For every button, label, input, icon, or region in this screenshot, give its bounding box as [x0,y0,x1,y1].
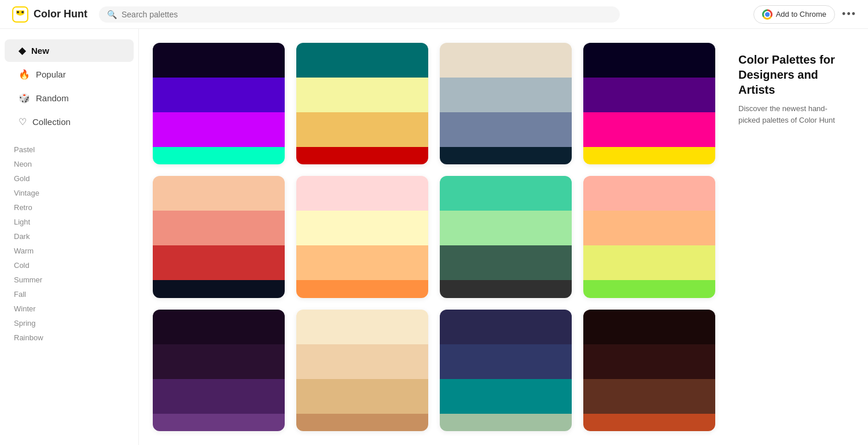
color-strip [440,310,572,344]
collection-icon: ♡ [19,116,27,127]
palette-card[interactable]: ♡ 401 2 days [440,43,572,164]
main-content: ♡ 114 15 hours ♡ 257 Yesterday ♡ 401 [139,29,868,445]
color-strip [153,379,285,414]
color-strip [153,414,285,431]
color-strip [153,78,285,112]
sidebar-item-new[interactable]: ◆New [5,39,134,62]
color-strip [296,176,428,211]
logo-icon [12,6,29,23]
color-strip [583,379,715,414]
random-icon: 🎲 [19,93,30,104]
tag-pastel[interactable]: Pastel [14,142,124,157]
palette-card[interactable]: ♡ 663 1 week [583,176,715,297]
color-strip [440,245,572,280]
color-strip [296,211,428,245]
tag-summer[interactable]: Summer [14,273,124,287]
color-strip [583,78,715,112]
tag-light[interactable]: Light [14,215,124,229]
color-strip [153,43,285,78]
color-strip [296,414,428,431]
color-strip [440,211,572,245]
palette-card[interactable]: ♡ 712 1 week [440,310,572,431]
layout: ◆New🔥Popular🎲Random♡Collection PastelNeo… [0,29,868,445]
new-icon: ◆ [19,45,25,56]
color-strip [296,245,428,280]
color-strip [153,344,285,379]
logo-text: Color Hunt [34,8,87,20]
tag-dark[interactable]: Dark [14,229,124,244]
palette-card[interactable]: ♡ 399 4 days [153,176,285,297]
tag-cold[interactable]: Cold [14,258,124,273]
sidebar: ◆New🔥Popular🎲Random♡Collection PastelNeo… [0,29,139,445]
color-strip [583,176,715,211]
color-strip [440,344,572,379]
color-strip [296,379,428,414]
color-strip [440,176,572,211]
header: Color Hunt 🔍 Add to Chrome ••• [0,0,868,29]
tag-vintage[interactable]: Vintage [14,186,124,200]
svg-point-2 [21,11,24,13]
right-panel-description: Discover the newest hand-picked palettes… [738,103,843,126]
sidebar-tags: PastelNeonGoldVintageRetroLightDarkWarmC… [0,142,138,345]
tag-spring[interactable]: Spring [14,316,124,330]
color-strip [583,43,715,78]
color-strip [583,147,715,164]
tag-neon[interactable]: Neon [14,157,124,171]
more-button[interactable]: ••• [842,8,856,20]
search-input[interactable] [122,10,612,19]
color-strip [440,379,572,414]
nav-label-collection: Collection [32,117,71,127]
add-chrome-button[interactable]: Add to Chrome [753,5,835,24]
color-strip [153,310,285,344]
tag-fall[interactable]: Fall [14,287,124,301]
color-strip [440,112,572,147]
header-right: Add to Chrome ••• [753,5,856,24]
palette-card[interactable]: ♡ 114 15 hours [153,43,285,164]
palette-card[interactable]: ♡ 587 5 days [296,176,428,297]
sidebar-nav: ◆New🔥Popular🎲Random♡Collection [0,39,138,133]
tag-rainbow[interactable]: Rainbow [14,330,124,345]
color-strip [440,78,572,112]
sidebar-item-collection[interactable]: ♡Collection [5,111,134,133]
color-strip [296,344,428,379]
chrome-icon [762,9,773,20]
svg-point-1 [17,11,19,13]
color-strip [153,280,285,297]
popular-icon: 🔥 [19,69,30,80]
color-strip [440,414,572,431]
color-strip [296,78,428,112]
color-strip [153,112,285,147]
color-strip [440,43,572,78]
tag-retro[interactable]: Retro [14,200,124,215]
nav-label-popular: Popular [36,69,66,79]
color-strip [296,112,428,147]
search-icon: 🔍 [107,10,117,19]
palette-card[interactable]: ♡ 445 1 week [296,310,428,431]
palette-card[interactable]: ♡ 292 3 days [583,43,715,164]
palette-card[interactable]: ♡ 257 Yesterday [296,43,428,164]
color-strip [153,147,285,164]
color-strip [440,280,572,297]
palette-card[interactable]: ♡ 521 1 week [153,310,285,431]
logo[interactable]: Color Hunt [12,6,87,23]
color-strip [296,147,428,164]
palette-card[interactable]: ♡ 388 2 weeks [583,310,715,431]
color-strip [583,211,715,245]
color-strip [440,147,572,164]
palette-card[interactable]: ♡ 670 6 days [440,176,572,297]
color-strip [583,344,715,379]
color-strip [296,43,428,78]
right-panel-title: Color Palettes for Designers and Artists [738,52,843,97]
color-strip [583,414,715,431]
tag-gold[interactable]: Gold [14,171,124,186]
tag-warm[interactable]: Warm [14,244,124,258]
search-bar: 🔍 [99,6,620,23]
color-strip [153,245,285,280]
tag-winter[interactable]: Winter [14,301,124,316]
right-panel: Color Palettes for Designers and Artists… [727,43,854,431]
sidebar-item-popular[interactable]: 🔥Popular [5,63,134,86]
nav-label-random: Random [36,93,69,103]
nav-label-new: New [31,46,49,56]
color-strip [153,176,285,211]
sidebar-item-random[interactable]: 🎲Random [5,87,134,109]
